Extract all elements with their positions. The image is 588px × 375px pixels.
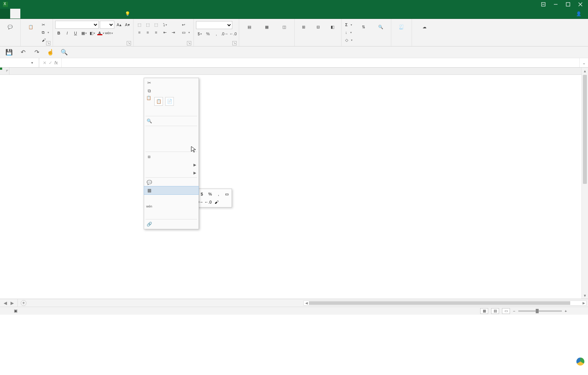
format-as-table-button[interactable]: ▦ (259, 21, 275, 33)
paste-keep-source-icon[interactable]: 📋 (154, 97, 163, 106)
ctx-show-phonetic[interactable]: wén (144, 202, 199, 210)
increase-decimal-icon[interactable]: .0→ (221, 30, 228, 37)
mini-dec-decimal-icon[interactable]: ←.0 (204, 198, 212, 206)
redo-icon[interactable]: ↷ (33, 48, 41, 56)
status-record-icon[interactable]: ▣ (14, 309, 17, 313)
worksheet-grid[interactable]: ▲ ▼ (0, 68, 588, 299)
close-icon[interactable] (575, 0, 586, 9)
increase-indent-icon[interactable]: ⇥ (170, 29, 177, 36)
mini-format-painter-icon[interactable]: 🖌 (213, 198, 220, 206)
ctx-copy[interactable]: ⧉ (144, 87, 199, 95)
tab-data[interactable] (61, 9, 71, 19)
invoice-check-button[interactable]: 🧾 (393, 21, 409, 33)
mini-merge-icon[interactable]: ▭ (223, 190, 230, 198)
tab-home[interactable] (10, 9, 20, 19)
tab-view[interactable] (81, 9, 91, 19)
wrap-text-button[interactable]: ↩ (180, 21, 191, 28)
cell-styles-button[interactable]: ◫ (276, 21, 292, 33)
cut-button[interactable]: ✂ (40, 21, 50, 28)
tell-me[interactable]: 💡 (122, 9, 135, 19)
ribbon-options-icon[interactable] (538, 0, 549, 9)
touch-mode-icon[interactable]: ☝ (46, 48, 54, 56)
tab-baidu[interactable] (112, 9, 122, 19)
print-preview-icon[interactable]: 🔍 (60, 48, 68, 56)
font-name-select[interactable] (55, 21, 99, 29)
undo-icon[interactable]: ↶ (19, 48, 27, 56)
border-button[interactable]: ▦ (80, 29, 87, 37)
horizontal-scrollbar[interactable]: ◀ ▶ (303, 301, 587, 306)
format-cells-button[interactable]: ◧ (326, 21, 339, 33)
alignment-launcher-icon[interactable]: ↘ (187, 41, 191, 45)
tab-formulas[interactable] (51, 9, 61, 19)
align-right-icon[interactable]: ≡ (152, 29, 160, 36)
align-top-icon[interactable]: ⬚ (136, 21, 143, 28)
name-box[interactable]: ▾ (0, 58, 39, 67)
tab-review[interactable] (71, 9, 81, 19)
mini-currency-icon[interactable]: $ (198, 190, 205, 198)
ctx-insert[interactable] (144, 127, 199, 135)
underline-button[interactable]: U (72, 29, 79, 37)
increase-font-icon[interactable]: A▴ (115, 21, 123, 28)
scroll-up-icon[interactable]: ▲ (582, 68, 588, 74)
insert-cells-button[interactable]: ⊞ (297, 21, 310, 33)
view-pagebreak-icon[interactable]: ▭ (502, 308, 510, 314)
view-pagelayout-icon[interactable]: ▤ (491, 308, 499, 314)
clear-button[interactable]: ◇▾ (344, 36, 354, 44)
align-middle-icon[interactable]: ⬚ (144, 21, 151, 28)
align-center-icon[interactable]: ≡ (144, 29, 151, 36)
scroll-down-icon[interactable]: ▼ (582, 292, 588, 299)
enter-formula-icon[interactable]: ✓ (49, 60, 52, 65)
font-color-button[interactable]: A (97, 29, 104, 37)
ctx-paste-special[interactable] (144, 107, 199, 115)
hscroll-right-icon[interactable]: ▶ (581, 301, 586, 305)
tab-mytemplates[interactable] (20, 9, 30, 19)
maximize-icon[interactable] (563, 0, 573, 9)
minimize-icon[interactable] (550, 0, 561, 9)
currency-button[interactable]: $ (196, 30, 203, 37)
number-format-select[interactable] (196, 21, 232, 29)
add-sheet-button[interactable]: + (21, 300, 26, 306)
paste-button[interactable]: 📋 (23, 21, 39, 33)
font-launcher-icon[interactable]: ↘ (127, 41, 131, 45)
share-button[interactable]: 👤 (576, 11, 583, 16)
mini-comma-icon[interactable]: , (215, 190, 222, 198)
tab-file[interactable] (0, 9, 10, 19)
tab-scroll-right-icon[interactable]: ▶ (11, 301, 14, 306)
mini-percent-icon[interactable]: % (207, 190, 214, 198)
send-to-wechat-button[interactable]: 💬 (2, 21, 18, 33)
italic-button[interactable]: I (64, 29, 71, 37)
vertical-scrollbar[interactable]: ▲ ▼ (581, 68, 588, 299)
ctx-hyperlink[interactable]: 🔗 (144, 220, 199, 228)
ctx-format-cells[interactable]: ▦ (144, 186, 199, 194)
ctx-pick-from-list[interactable] (144, 194, 199, 202)
zoom-knob[interactable] (536, 309, 539, 313)
fill-button[interactable]: ↓▾ (344, 29, 354, 36)
ctx-filter[interactable]: ▶ (144, 161, 199, 169)
find-select-button[interactable]: 🔍 (373, 21, 389, 33)
decrease-decimal-icon[interactable]: ←.0 (229, 30, 237, 37)
v-scroll-thumb[interactable] (583, 75, 587, 184)
name-box-dropdown-icon[interactable]: ▾ (31, 61, 33, 65)
conditional-format-button[interactable]: ▤ (241, 21, 257, 33)
paste-match-dest-icon[interactable]: 📄 (165, 97, 174, 106)
ctx-sort[interactable]: ▶ (144, 169, 199, 177)
fx-icon[interactable]: fx (54, 60, 58, 65)
tab-pagelayout[interactable] (41, 9, 51, 19)
cancel-formula-icon[interactable]: ✕ (43, 60, 46, 65)
ctx-delete[interactable] (144, 135, 199, 143)
tab-scroll-left-icon[interactable]: ◀ (4, 301, 7, 306)
tab-insert[interactable] (30, 9, 41, 19)
zoom-in-icon[interactable]: + (565, 309, 567, 313)
delete-cells-button[interactable]: ⊟ (311, 21, 324, 33)
ctx-cut[interactable]: ✂ (144, 79, 199, 87)
hscroll-left-icon[interactable]: ◀ (304, 301, 309, 305)
phonetic-button[interactable]: wén (105, 29, 113, 37)
percent-button[interactable]: % (204, 30, 212, 37)
zoom-out-icon[interactable]: − (513, 309, 515, 313)
formula-input[interactable] (64, 60, 577, 65)
h-scroll-thumb[interactable] (309, 301, 570, 305)
align-bottom-icon[interactable]: ⬚ (152, 21, 160, 28)
decrease-indent-icon[interactable]: ⇤ (161, 29, 168, 36)
font-size-select[interactable] (100, 21, 114, 29)
fill-color-button[interactable]: ◧ (89, 29, 96, 37)
